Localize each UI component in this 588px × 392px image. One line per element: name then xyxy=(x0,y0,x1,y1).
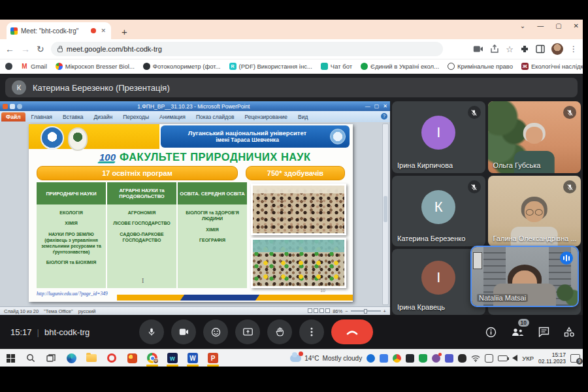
extensions-puzzle-icon[interactable] xyxy=(520,44,529,54)
teams-icon[interactable] xyxy=(445,354,453,363)
reactions-button[interactable] xyxy=(203,319,228,344)
people-button[interactable]: 10 xyxy=(511,327,524,337)
antivirus-shield-icon[interactable] xyxy=(419,354,427,363)
bookmark-star-icon[interactable]: ☆ xyxy=(506,44,514,54)
reload-icon[interactable]: ↻ xyxy=(37,44,44,54)
chrome-tray-icon[interactable] xyxy=(393,354,401,363)
chat-button[interactable] xyxy=(538,327,549,337)
browser-tab[interactable]: Meet: "bht-codk-trg" ✕ xyxy=(7,22,111,39)
status-language[interactable]: русский xyxy=(78,308,96,314)
undo-icon[interactable] xyxy=(17,104,22,109)
ppt-minimize-icon[interactable]: — xyxy=(365,103,370,109)
ribbon-tab-view[interactable]: Вид xyxy=(293,112,312,122)
bookmark-eco[interactable]: Єдиний в Україні екол... xyxy=(361,63,439,70)
ppt-scrollbar-thumb[interactable] xyxy=(384,196,387,222)
search-button[interactable] xyxy=(23,350,39,367)
glasses xyxy=(526,209,543,215)
forward-icon[interactable]: → xyxy=(21,44,30,54)
notification-center-icon[interactable]: 9 xyxy=(570,354,580,363)
present-button[interactable] xyxy=(235,319,260,344)
programs-badge: 17 освітніх програм xyxy=(37,166,238,180)
weather-widget[interactable]: 14°C Mostly cloudy xyxy=(290,355,362,362)
media-camera-icon[interactable] xyxy=(473,45,483,53)
word-icon[interactable]: W xyxy=(185,350,201,367)
bookmark-law[interactable]: Кримінальне право xyxy=(448,63,513,70)
raise-hand-button[interactable] xyxy=(267,319,292,344)
view-buttons[interactable] xyxy=(306,308,330,314)
zoom-level: 86% xyxy=(333,308,342,314)
battery-icon[interactable] xyxy=(498,355,508,361)
window-maximize-icon[interactable]: ▢ xyxy=(555,22,561,29)
globe-icon[interactable] xyxy=(5,63,12,70)
chat-tray-icon[interactable] xyxy=(380,354,388,363)
side-panel-icon[interactable] xyxy=(536,44,545,54)
activities-button[interactable] xyxy=(564,327,575,337)
ribbon-tab-transitions[interactable]: Переходы xyxy=(118,112,154,122)
ribbon-tab-animations[interactable]: Анимация xyxy=(155,112,190,122)
powerpoint-taskbar-icon[interactable]: P xyxy=(205,350,221,367)
participant-tile-iryna-kyrpychova[interactable]: І Ірина Кирпичова xyxy=(392,101,485,173)
ribbon-tab-design[interactable]: Дизайн xyxy=(90,112,118,122)
camera-button[interactable] xyxy=(171,319,196,344)
window-minimize-icon[interactable]: — xyxy=(537,22,544,29)
new-tab-button[interactable]: + xyxy=(118,27,131,37)
back-icon[interactable]: ← xyxy=(5,44,14,54)
start-button[interactable] xyxy=(3,350,18,367)
mic-tray-icon[interactable] xyxy=(458,354,466,363)
more-options-button[interactable] xyxy=(299,319,324,344)
participant-tile-olha-hubska[interactable]: Ольга Губська xyxy=(488,101,581,173)
zoom-slider[interactable] xyxy=(351,310,381,312)
taskbar-clock[interactable]: 15:17 02.11.2023 xyxy=(538,351,566,365)
ribbon-help-icon[interactable]: ? xyxy=(381,113,387,120)
opera-icon[interactable] xyxy=(104,350,120,367)
zoom-in-icon[interactable]: + xyxy=(384,308,386,314)
window-chevron-icon[interactable]: ⌄ xyxy=(520,22,525,29)
bookmark-photocolorimeter[interactable]: Фотоколориметр (фот... xyxy=(143,63,221,70)
tablet-mode-icon[interactable] xyxy=(485,354,493,363)
wifi-icon[interactable] xyxy=(471,355,480,362)
bluetooth-icon[interactable] xyxy=(367,354,375,363)
ribbon-tab-insert[interactable]: Вставка xyxy=(58,112,88,122)
mic-button[interactable] xyxy=(139,319,164,344)
volume-icon[interactable] xyxy=(512,355,517,361)
browser-menu-icon[interactable]: ⋮ xyxy=(570,44,578,54)
bookmark-microscope[interactable]: Мікроскоп Bresser Biol... xyxy=(56,63,135,70)
window-close-icon[interactable]: ✕ xyxy=(574,22,579,29)
zoom-slider-thumb[interactable] xyxy=(364,309,367,314)
ribbon-tab-review[interactable]: Рецензирование xyxy=(240,112,292,122)
language-indicator[interactable]: УКР xyxy=(522,355,534,362)
chrome-taskbar-icon[interactable] xyxy=(144,350,160,367)
ppt-maximize-icon[interactable]: ▢ xyxy=(374,103,380,109)
camera-tray-icon[interactable] xyxy=(406,354,414,363)
share-icon[interactable] xyxy=(490,44,499,54)
ribbon-tab-slideshow[interactable]: Показ слайдов xyxy=(191,112,239,122)
bookmark-gmail[interactable]: MGmail xyxy=(21,63,47,70)
bookmark-pdf[interactable]: R(PDF) Використання інс... xyxy=(229,63,312,70)
viber-icon[interactable] xyxy=(432,354,440,363)
zoom-out-icon[interactable]: − xyxy=(345,308,348,314)
url-text: meet.google.com/bht-codk-trg xyxy=(67,45,162,53)
edge-icon[interactable] xyxy=(63,350,79,367)
address-bar[interactable]: meet.google.com/bht-codk-trg xyxy=(51,42,443,56)
ribbon-tab-home[interactable]: Главная xyxy=(27,112,57,122)
ppt-scrollbar[interactable] xyxy=(382,123,389,305)
ppt-close-icon[interactable]: ✕ xyxy=(383,103,387,109)
info-button[interactable] xyxy=(485,327,497,338)
participant-tile-halyna-oleksandrivna[interactable]: Галина Олександрівна ... xyxy=(488,176,581,246)
table-column: БІОЛОГІЯ та ЗДОРОВ'Я ЛЮДИНИ ХІМІЯ ГЕОГРА… xyxy=(178,204,247,288)
faculty-link[interactable]: http://luguniv.edu.ua/?page_id=349 xyxy=(37,291,108,297)
participant-tile-nataliia-matsai[interactable]: Nataliia Matsai xyxy=(470,246,579,307)
tab-close-icon[interactable]: ✕ xyxy=(99,27,107,34)
file-explorer-icon[interactable] xyxy=(84,350,99,367)
profile-avatar[interactable] xyxy=(551,43,563,55)
bookmark-ecology-war[interactable]: ЖЕкологічні наслідки вій... xyxy=(521,63,583,70)
end-call-button[interactable] xyxy=(331,319,373,344)
ribbon-tab-file[interactable]: Файл xyxy=(1,112,25,122)
save-icon[interactable] xyxy=(10,104,15,109)
app-w-icon[interactable]: w xyxy=(165,350,180,367)
task-view-button[interactable] xyxy=(43,350,59,367)
participant-name: Ольга Губська xyxy=(493,161,541,169)
participant-tile-kateryna-berezenko[interactable]: К Катерина Березенко xyxy=(392,176,485,246)
paw-app-icon[interactable] xyxy=(124,350,140,367)
bookmark-chatbot[interactable]: Чат бот xyxy=(321,63,352,70)
